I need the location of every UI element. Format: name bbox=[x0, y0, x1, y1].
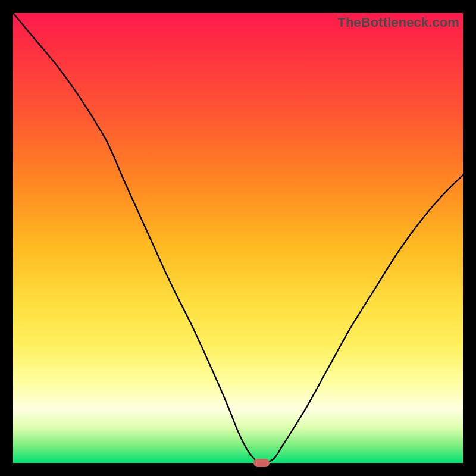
bottleneck-curve bbox=[13, 13, 463, 463]
minimum-marker bbox=[253, 459, 269, 467]
plot-area: TheBottleneck.com bbox=[13, 13, 463, 463]
chart-frame: TheBottleneck.com bbox=[0, 0, 476, 476]
watermark-text: TheBottleneck.com bbox=[337, 15, 459, 30]
